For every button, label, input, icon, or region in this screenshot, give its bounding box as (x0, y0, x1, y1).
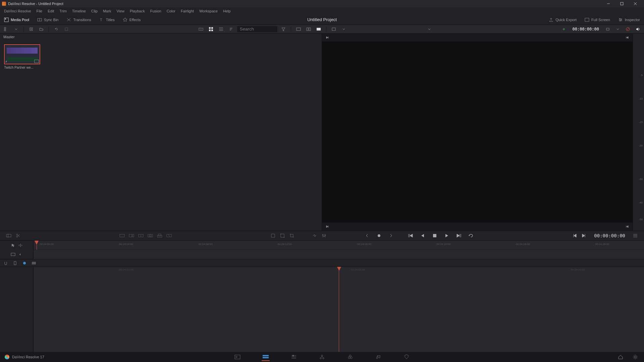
boring-detector-button[interactable] (4, 232, 13, 240)
page-fusion[interactable] (318, 353, 326, 361)
import-folder-button[interactable] (37, 26, 45, 33)
strip-view-button[interactable] (197, 26, 205, 33)
loop-button[interactable] (466, 232, 476, 240)
menu-mark[interactable]: Mark (100, 8, 114, 14)
audio-trim-button[interactable] (310, 232, 319, 240)
stop-button[interactable] (430, 232, 439, 240)
timeline-arrow-tool[interactable] (11, 243, 15, 248)
menu-fairlight[interactable]: Fairlight (178, 8, 197, 14)
mixer-button[interactable] (319, 232, 329, 240)
page-cut[interactable] (262, 353, 270, 361)
closeup-button[interactable] (146, 232, 155, 240)
bypass-button[interactable] (624, 26, 632, 33)
audio-only-tool[interactable] (18, 253, 23, 256)
play-reverse-button[interactable] (418, 232, 427, 240)
media-clip[interactable]: ♪ Twitch Partner we... (4, 44, 40, 71)
thumbnail-view-button[interactable] (207, 26, 215, 33)
timeline-canvas[interactable]: 00:24:00:00 00:24:02:00 00:24:02:00 (34, 267, 644, 355)
playhead-upper[interactable] (35, 241, 39, 245)
list-view-button[interactable] (217, 26, 225, 33)
jump-start-button[interactable] (325, 224, 330, 229)
play-button[interactable] (442, 232, 451, 240)
menu-workspace[interactable]: Workspace (197, 8, 220, 14)
tc-mode-button[interactable] (604, 26, 612, 33)
page-edit[interactable] (290, 353, 298, 361)
upper-ruler-detail[interactable] (34, 250, 644, 259)
resolution-dropdown[interactable] (425, 26, 433, 33)
search-input[interactable] (237, 26, 277, 32)
menu-help[interactable]: Help (220, 8, 233, 14)
quick-export-button[interactable]: Quick Export (545, 17, 581, 22)
tc-dropdown[interactable] (614, 26, 622, 33)
project-settings-button[interactable] (631, 353, 639, 361)
jog-wheel[interactable] (374, 232, 384, 240)
ripple-overwrite-button[interactable] (136, 232, 146, 240)
home-button[interactable] (616, 353, 625, 361)
track-color-toggle[interactable] (31, 261, 37, 265)
timeline-end-button[interactable] (579, 232, 589, 240)
media-grid[interactable]: ♪ Twitch Partner we... (0, 40, 322, 75)
menu-davinci[interactable]: DaVinci Resolve (1, 8, 34, 14)
menu-playback[interactable]: Playback (127, 8, 148, 14)
jump-end-button[interactable] (625, 224, 630, 229)
panel-transitions[interactable]: Transitions (62, 15, 95, 24)
crop-button[interactable] (287, 232, 297, 240)
menu-color[interactable]: Color (164, 8, 178, 14)
jog-prev[interactable] (362, 232, 372, 240)
bin-dropdown[interactable] (12, 26, 20, 33)
close-button[interactable] (629, 0, 642, 7)
clip-view-3[interactable] (315, 26, 323, 33)
marker-toggle[interactable] (12, 261, 18, 265)
refresh-button[interactable] (52, 26, 60, 33)
clip-view-2[interactable] (305, 26, 313, 33)
filter-button[interactable] (279, 26, 287, 33)
audio-toggle[interactable] (634, 26, 642, 33)
page-media[interactable] (233, 353, 241, 361)
append-button[interactable] (127, 232, 136, 240)
place-on-top-button[interactable] (155, 232, 164, 240)
inspector-button[interactable]: Inspector (614, 17, 644, 22)
panel-media-pool[interactable]: Media Pool (0, 15, 33, 24)
timeline-start-button[interactable] (570, 232, 579, 240)
page-color[interactable] (346, 353, 354, 361)
next-edit-button[interactable] (625, 35, 630, 40)
menu-timeline[interactable]: Timeline (69, 8, 89, 14)
upper-ruler-full[interactable]: 00:24:00:00 00:24:04:00 00:24:08:00 00:2… (34, 241, 644, 250)
action-button[interactable] (62, 26, 70, 33)
maximize-button[interactable] (615, 0, 629, 7)
source-overwrite-button[interactable] (164, 232, 174, 240)
minimize-button[interactable] (602, 0, 615, 7)
video-only-tool[interactable] (11, 253, 15, 256)
clip-view-1[interactable] (294, 26, 303, 33)
menu-clip[interactable]: Clip (89, 8, 100, 14)
menu-trim[interactable]: Trim (57, 8, 69, 14)
import-media-button[interactable] (27, 26, 35, 33)
split-button[interactable] (13, 232, 23, 240)
full-screen-button[interactable]: Full Screen (581, 17, 614, 22)
breadcrumb[interactable]: Master (0, 34, 322, 40)
timeline-options-button[interactable] (631, 232, 640, 240)
menu-fusion[interactable]: Fusion (148, 8, 164, 14)
track-headers[interactable] (0, 267, 34, 355)
aspect-button[interactable] (330, 26, 338, 33)
panel-effects[interactable]: Effects (119, 15, 145, 24)
go-end-button[interactable] (454, 232, 464, 240)
playhead-lower[interactable] (339, 267, 339, 355)
panel-titles[interactable]: T Titles (95, 15, 119, 24)
viewer-canvas[interactable] (322, 42, 633, 223)
prev-edit-button[interactable] (325, 35, 330, 40)
panel-sync-bin[interactable]: Sync Bin (33, 15, 62, 24)
page-fairlight[interactable] (374, 353, 382, 361)
bin-list-button[interactable] (2, 26, 10, 33)
menu-edit[interactable]: Edit (45, 8, 57, 14)
menu-view[interactable]: View (114, 8, 127, 14)
sort-button[interactable] (227, 26, 235, 33)
snap-toggle[interactable] (3, 261, 9, 265)
clip-thumbnail[interactable]: ♪ (4, 44, 40, 64)
jog-next[interactable] (386, 232, 396, 240)
smart-insert-button[interactable] (117, 232, 127, 240)
trim-tool[interactable] (18, 243, 23, 248)
sync-lock-toggle[interactable] (21, 261, 28, 265)
transform-button[interactable] (278, 232, 287, 240)
menu-file[interactable]: File (34, 8, 45, 14)
